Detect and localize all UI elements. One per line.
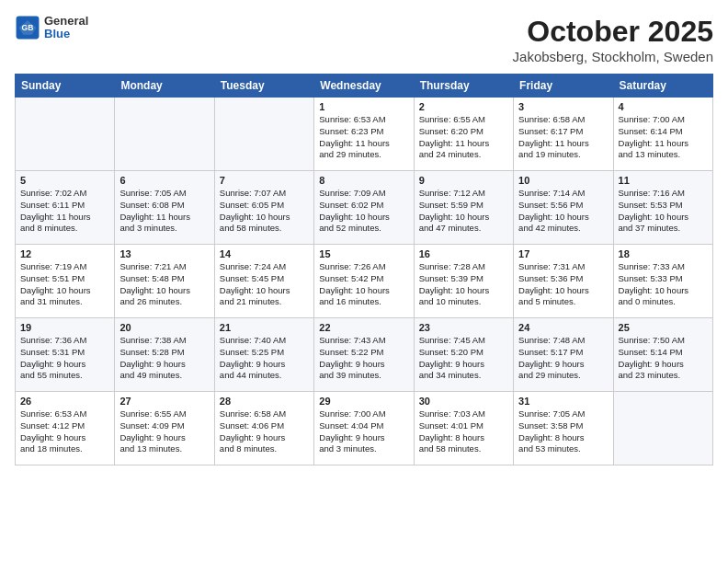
calendar-cell: 31Sunrise: 7:05 AM Sunset: 3:58 PM Dayli… <box>514 392 613 465</box>
day-number: 17 <box>518 248 608 259</box>
day-number: 24 <box>518 322 608 333</box>
calendar-cell: 24Sunrise: 7:48 AM Sunset: 5:17 PM Dayli… <box>514 318 613 392</box>
day-number: 13 <box>119 248 209 259</box>
calendar-cell: 2Sunrise: 6:55 AM Sunset: 6:20 PM Daylig… <box>414 98 513 171</box>
day-number: 31 <box>518 396 608 407</box>
day-number: 11 <box>619 175 708 186</box>
day-number: 2 <box>419 101 508 112</box>
calendar-cell: 1Sunrise: 6:53 AM Sunset: 6:23 PM Daylig… <box>314 98 414 171</box>
day-number: 6 <box>119 175 209 186</box>
day-number: 21 <box>220 322 309 333</box>
day-number: 22 <box>319 322 408 333</box>
calendar-cell <box>16 98 115 171</box>
day-number: 20 <box>119 322 209 333</box>
calendar-cell: 21Sunrise: 7:40 AM Sunset: 5:25 PM Dayli… <box>214 318 313 392</box>
calendar-cell: 16Sunrise: 7:28 AM Sunset: 5:39 PM Dayli… <box>414 245 513 318</box>
day-info: Sunrise: 6:55 AM Sunset: 4:09 PM Dayligh… <box>119 408 209 455</box>
day-number: 1 <box>319 101 408 112</box>
day-info: Sunrise: 6:58 AM Sunset: 4:06 PM Dayligh… <box>220 408 309 455</box>
day-info: Sunrise: 7:26 AM Sunset: 5:42 PM Dayligh… <box>319 261 408 308</box>
day-info: Sunrise: 7:02 AM Sunset: 6:11 PM Dayligh… <box>20 188 109 235</box>
day-info: Sunrise: 7:12 AM Sunset: 5:59 PM Dayligh… <box>419 188 508 235</box>
weekday-header-tuesday: Tuesday <box>214 75 313 98</box>
day-info: Sunrise: 7:45 AM Sunset: 5:20 PM Dayligh… <box>419 335 508 382</box>
day-info: Sunrise: 7:36 AM Sunset: 5:31 PM Dayligh… <box>20 335 109 382</box>
day-info: Sunrise: 7:50 AM Sunset: 5:14 PM Dayligh… <box>619 335 708 382</box>
day-number: 28 <box>220 396 309 407</box>
calendar-cell: 4Sunrise: 7:00 AM Sunset: 6:14 PM Daylig… <box>613 98 712 171</box>
weekday-header-sunday: Sunday <box>16 75 115 98</box>
svg-text:GB: GB <box>22 23 34 32</box>
calendar-cell: 13Sunrise: 7:21 AM Sunset: 5:48 PM Dayli… <box>115 245 214 318</box>
day-info: Sunrise: 6:53 AM Sunset: 4:12 PM Dayligh… <box>20 408 109 455</box>
calendar-cell: 23Sunrise: 7:45 AM Sunset: 5:20 PM Dayli… <box>414 318 513 392</box>
week-row-4: 19Sunrise: 7:36 AM Sunset: 5:31 PM Dayli… <box>16 318 713 392</box>
calendar-cell: 9Sunrise: 7:12 AM Sunset: 5:59 PM Daylig… <box>414 171 513 245</box>
day-info: Sunrise: 7:03 AM Sunset: 4:01 PM Dayligh… <box>419 408 508 455</box>
day-info: Sunrise: 7:24 AM Sunset: 5:45 PM Dayligh… <box>220 261 309 308</box>
weekday-header-wednesday: Wednesday <box>314 75 414 98</box>
day-info: Sunrise: 7:16 AM Sunset: 5:53 PM Dayligh… <box>619 188 708 235</box>
weekday-header-thursday: Thursday <box>414 75 513 98</box>
day-number: 16 <box>419 248 508 259</box>
calendar-cell: 26Sunrise: 6:53 AM Sunset: 4:12 PM Dayli… <box>16 392 115 465</box>
day-number: 3 <box>518 101 608 112</box>
calendar-cell: 6Sunrise: 7:05 AM Sunset: 6:08 PM Daylig… <box>115 171 214 245</box>
day-info: Sunrise: 6:55 AM Sunset: 6:20 PM Dayligh… <box>419 114 508 161</box>
calendar-cell: 27Sunrise: 6:55 AM Sunset: 4:09 PM Dayli… <box>115 392 214 465</box>
day-number: 5 <box>20 175 109 186</box>
day-info: Sunrise: 7:05 AM Sunset: 3:58 PM Dayligh… <box>518 408 608 455</box>
week-row-5: 26Sunrise: 6:53 AM Sunset: 4:12 PM Dayli… <box>16 392 713 465</box>
calendar-cell: 12Sunrise: 7:19 AM Sunset: 5:51 PM Dayli… <box>16 245 115 318</box>
day-info: Sunrise: 7:28 AM Sunset: 5:39 PM Dayligh… <box>419 261 508 308</box>
calendar-cell: 22Sunrise: 7:43 AM Sunset: 5:22 PM Dayli… <box>314 318 414 392</box>
calendar-cell: 17Sunrise: 7:31 AM Sunset: 5:36 PM Dayli… <box>514 245 613 318</box>
day-number: 10 <box>518 175 608 186</box>
weekday-header-row: SundayMondayTuesdayWednesdayThursdayFrid… <box>16 75 713 98</box>
title-block: October 2025 Jakobsberg, Stockholm, Swed… <box>513 15 713 64</box>
calendar-cell <box>214 98 313 171</box>
calendar-cell: 18Sunrise: 7:33 AM Sunset: 5:33 PM Dayli… <box>613 245 712 318</box>
day-info: Sunrise: 7:38 AM Sunset: 5:28 PM Dayligh… <box>119 335 209 382</box>
calendar-cell: 28Sunrise: 6:58 AM Sunset: 4:06 PM Dayli… <box>214 392 313 465</box>
day-info: Sunrise: 7:31 AM Sunset: 5:36 PM Dayligh… <box>518 261 608 308</box>
day-number: 14 <box>220 248 309 259</box>
day-info: Sunrise: 7:33 AM Sunset: 5:33 PM Dayligh… <box>619 261 708 308</box>
week-row-2: 5Sunrise: 7:02 AM Sunset: 6:11 PM Daylig… <box>16 171 713 245</box>
page-header: GB General Blue October 2025 Jakobsberg,… <box>15 15 713 64</box>
day-number: 27 <box>119 396 209 407</box>
day-number: 26 <box>20 396 109 407</box>
logo: GB General Blue <box>15 15 88 41</box>
calendar-cell: 5Sunrise: 7:02 AM Sunset: 6:11 PM Daylig… <box>16 171 115 245</box>
day-number: 25 <box>619 322 708 333</box>
weekday-header-saturday: Saturday <box>613 75 712 98</box>
week-row-3: 12Sunrise: 7:19 AM Sunset: 5:51 PM Dayli… <box>16 245 713 318</box>
day-info: Sunrise: 7:00 AM Sunset: 6:14 PM Dayligh… <box>619 114 708 161</box>
day-number: 18 <box>619 248 708 259</box>
calendar-cell: 25Sunrise: 7:50 AM Sunset: 5:14 PM Dayli… <box>613 318 712 392</box>
calendar-table: SundayMondayTuesdayWednesdayThursdayFrid… <box>15 74 713 465</box>
calendar-cell: 14Sunrise: 7:24 AM Sunset: 5:45 PM Dayli… <box>214 245 313 318</box>
day-info: Sunrise: 7:14 AM Sunset: 5:56 PM Dayligh… <box>518 188 608 235</box>
calendar-cell: 10Sunrise: 7:14 AM Sunset: 5:56 PM Dayli… <box>514 171 613 245</box>
day-number: 9 <box>419 175 508 186</box>
day-info: Sunrise: 7:00 AM Sunset: 4:04 PM Dayligh… <box>319 408 408 455</box>
calendar-cell: 7Sunrise: 7:07 AM Sunset: 6:05 PM Daylig… <box>214 171 313 245</box>
day-number: 7 <box>220 175 309 186</box>
calendar-cell <box>115 98 214 171</box>
weekday-header-friday: Friday <box>514 75 613 98</box>
calendar-subtitle: Jakobsberg, Stockholm, Sweden <box>513 49 713 64</box>
day-number: 23 <box>419 322 508 333</box>
week-row-1: 1Sunrise: 6:53 AM Sunset: 6:23 PM Daylig… <box>16 98 713 171</box>
logo-blue: Blue <box>44 28 88 40</box>
calendar-cell: 29Sunrise: 7:00 AM Sunset: 4:04 PM Dayli… <box>314 392 414 465</box>
calendar-cell: 8Sunrise: 7:09 AM Sunset: 6:02 PM Daylig… <box>314 171 414 245</box>
day-number: 15 <box>319 248 408 259</box>
logo-icon: GB <box>15 15 40 40</box>
calendar-cell: 30Sunrise: 7:03 AM Sunset: 4:01 PM Dayli… <box>414 392 513 465</box>
day-number: 12 <box>20 248 109 259</box>
day-info: Sunrise: 7:48 AM Sunset: 5:17 PM Dayligh… <box>518 335 608 382</box>
day-info: Sunrise: 7:43 AM Sunset: 5:22 PM Dayligh… <box>319 335 408 382</box>
calendar-cell: 11Sunrise: 7:16 AM Sunset: 5:53 PM Dayli… <box>613 171 712 245</box>
day-number: 8 <box>319 175 408 186</box>
